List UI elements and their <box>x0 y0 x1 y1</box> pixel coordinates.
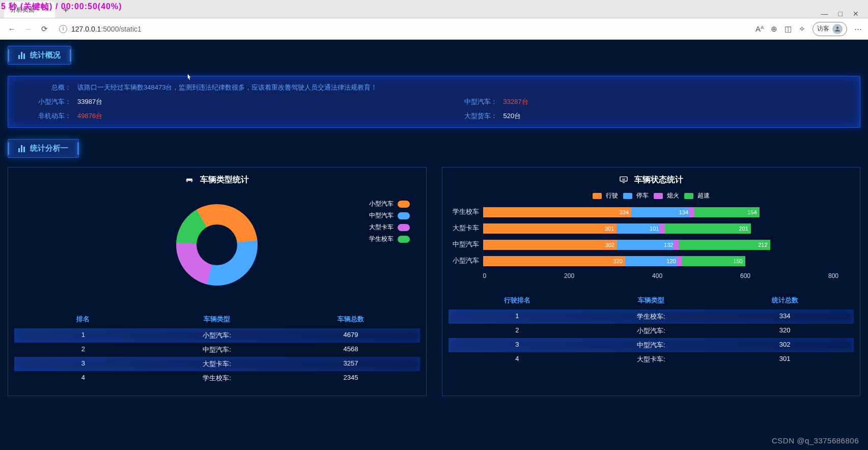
donut-legend: 小型汽车中型汽车大型卡车学生校车 <box>369 200 410 243</box>
bar-segment-value: 334 <box>483 207 632 217</box>
legend-item[interactable]: 小型汽车 <box>369 200 410 208</box>
window-minimize-icon[interactable]: — <box>821 10 828 18</box>
legend-item[interactable]: 熄火 <box>654 191 679 200</box>
bar-segment <box>659 223 664 234</box>
cell-count: 334 <box>718 312 852 321</box>
cell-rank: 4 <box>451 355 584 364</box>
cell-rank: 3 <box>16 359 150 369</box>
url-text: 127.0.0.1:5000/static1 <box>71 25 142 33</box>
bar-row: 中型汽车302132212 <box>483 240 839 250</box>
legend-item[interactable]: 中型汽车 <box>369 211 410 220</box>
bar-segment-value: 201 <box>661 223 750 234</box>
cell-type: 中型汽车: <box>584 341 718 350</box>
overview-nonmotor-value: 49876台 <box>74 111 102 121</box>
bar-segment-value: 320 <box>483 256 625 266</box>
bar-segment-value: 120 <box>625 256 679 266</box>
read-aloud-icon[interactable]: Aᴬ <box>755 24 764 34</box>
legend-swatch <box>654 193 663 199</box>
overview-medium-label: 中型汽车： <box>434 97 500 106</box>
bar-category-label: 学生校车 <box>449 207 479 216</box>
zoom-icon[interactable]: ⊕ <box>771 24 777 34</box>
bar-segment-value: 212 <box>676 240 770 250</box>
svg-rect-0 <box>620 177 627 181</box>
legend-item[interactable]: 大型卡车 <box>369 223 410 232</box>
window-close-icon[interactable]: ✕ <box>853 10 859 18</box>
legend-item[interactable]: 学生校车 <box>369 235 410 243</box>
bar-x-axis: 0200400600800 <box>449 272 854 279</box>
th-rank: 排名 <box>16 315 150 324</box>
vehicle-type-table: 排名 车辆类型 车辆总数 1小型汽车:46792中型汽车:45683大型卡车:3… <box>14 311 420 385</box>
bar-segment-value: 154 <box>691 207 759 217</box>
site-info-icon[interactable]: i <box>59 25 67 33</box>
nav-forward-icon: → <box>22 23 34 35</box>
cell-type: 学生校车: <box>584 312 718 321</box>
nav-back-icon[interactable]: ← <box>6 23 17 35</box>
overview-medium-value: 33287台 <box>500 97 528 106</box>
table-row: 1学生校车:334 <box>449 310 854 324</box>
cell-rank: 1 <box>16 331 150 340</box>
legend-swatch <box>398 201 410 208</box>
legend-label: 行驶 <box>606 191 618 200</box>
panel-vehicle-status-title: 车辆状态统计 <box>634 175 683 184</box>
legend-item[interactable]: 超速 <box>684 191 710 200</box>
section-analysis-label: 统计分析一 <box>30 144 68 153</box>
bar-category-label: 小型汽车 <box>449 256 479 265</box>
overview-box: 总概： 该路口一天经过车辆数348473台，监测到违法纪律数很多，应该着重改善驾… <box>8 76 860 128</box>
browser-tab[interactable]: 分析页面 × <box>4 2 55 18</box>
profile-guest-button[interactable]: 访客 <box>813 22 847 36</box>
more-menu-icon[interactable]: ⋯ <box>854 24 862 34</box>
cell-rank: 2 <box>16 345 150 354</box>
overview-truck-label: 大型货车： <box>434 111 500 121</box>
cell-count: 302 <box>718 341 852 350</box>
url-box[interactable]: i 127.0.0.1:5000/static1 <box>55 23 750 35</box>
table-row: 4大型卡车:301 <box>449 352 854 367</box>
x-tick: 800 <box>828 272 838 279</box>
tab-close-icon[interactable]: × <box>45 6 49 14</box>
overview-small-value: 33987台 <box>74 97 102 106</box>
new-tab-button[interactable]: + <box>58 3 73 18</box>
address-bar: ← → ⟳ i 127.0.0.1:5000/static1 Aᴬ ⊕ ◫ ✧ … <box>0 18 868 40</box>
legend-item[interactable]: 停车 <box>623 191 649 200</box>
cell-count: 3257 <box>284 359 418 369</box>
bar-row: 大型卡车301101201 <box>483 223 839 234</box>
panel-vehicle-type: 车辆类型统计 小型汽车中型汽车大型卡车学生校车 排名 车辆类型 车辆总数 1小型… <box>8 167 427 396</box>
legend-item[interactable]: 行驶 <box>593 191 618 200</box>
browser-tab-strip: 分析页面 × + — □ ✕ <box>0 0 868 18</box>
bar-legend[interactable]: 行驶停车熄火超速 <box>449 191 854 200</box>
th-count: 车辆总数 <box>284 315 418 324</box>
window-maximize-icon[interactable]: □ <box>838 10 843 18</box>
x-tick: 0 <box>483 272 487 279</box>
overview-small-label: 小型汽车： <box>8 97 74 106</box>
split-screen-icon[interactable]: ◫ <box>785 24 792 34</box>
bar-segment-value: 150 <box>679 256 745 266</box>
bar-row: 小型汽车320120150 <box>483 256 839 266</box>
cell-count: 320 <box>718 326 852 335</box>
nav-reload-icon[interactable]: ⟳ <box>39 23 50 35</box>
cell-rank: 4 <box>16 374 150 383</box>
table-row: 3中型汽车:302 <box>449 338 854 352</box>
legend-swatch <box>398 212 410 219</box>
table-row: 2小型汽车:320 <box>449 324 854 338</box>
avatar-icon <box>832 24 843 34</box>
cell-type: 小型汽车: <box>584 326 718 335</box>
car-icon <box>185 176 194 183</box>
cell-count: 4568 <box>284 345 418 354</box>
cell-count: 4679 <box>284 331 418 340</box>
bar-chart-icon <box>18 145 25 152</box>
favorites-icon[interactable]: ✧ <box>799 24 805 34</box>
th-count: 统计总数 <box>718 296 852 305</box>
overview-nonmotor-label: 非机动车： <box>8 111 74 121</box>
panel-vehicle-status: 车辆状态统计 行驶停车熄火超速 学生校车334134154大型卡车3011012… <box>442 167 861 396</box>
legend-label: 超速 <box>697 191 710 200</box>
x-tick: 600 <box>740 272 750 279</box>
legend-label: 大型卡车 <box>369 223 394 232</box>
legend-swatch <box>398 224 410 231</box>
legend-label: 停车 <box>636 191 649 200</box>
bar-segment-value: 132 <box>617 240 676 250</box>
cell-type: 大型卡车: <box>150 359 284 369</box>
panel-vehicle-type-title: 车辆类型统计 <box>200 175 249 184</box>
bar-segment-value: 101 <box>617 223 661 234</box>
th-rank: 行驶排名 <box>451 296 584 305</box>
bar-segment-value: 301 <box>483 223 617 234</box>
cell-type: 小型汽车: <box>150 331 284 340</box>
